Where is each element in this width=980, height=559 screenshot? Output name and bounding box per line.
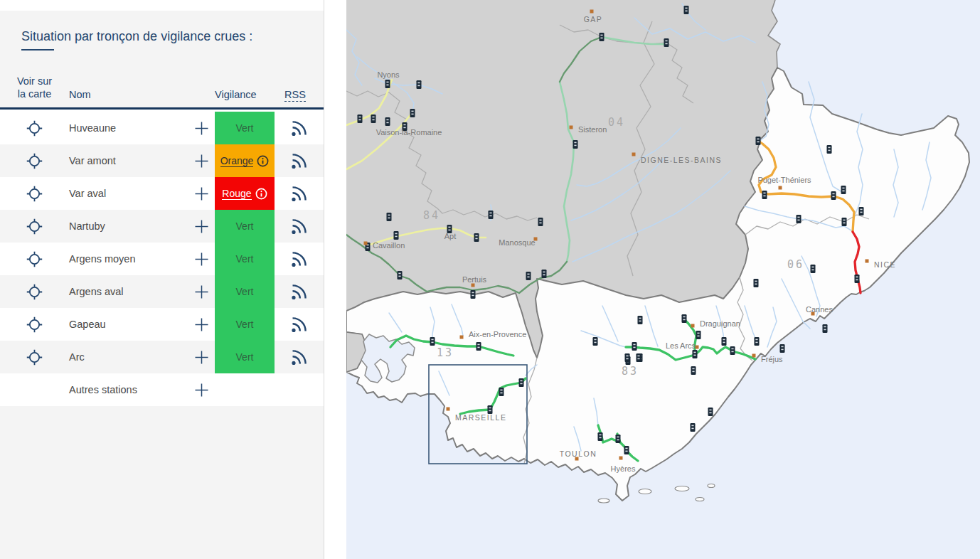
map-canvas[interactable]: GAPNyonsVaison-la-RomaineSisteronDIGNE-L… <box>346 0 980 559</box>
plus-icon[interactable] <box>194 154 209 169</box>
station-marker[interactable] <box>499 388 504 396</box>
crosshair-locate-icon[interactable] <box>26 349 43 366</box>
station-marker[interactable] <box>754 279 759 287</box>
station-marker[interactable] <box>526 272 531 280</box>
station-marker[interactable] <box>823 324 828 333</box>
station-marker[interactable] <box>638 316 643 324</box>
station-marker[interactable] <box>684 6 689 14</box>
plus-icon[interactable] <box>194 383 209 398</box>
station-marker[interactable] <box>471 290 476 299</box>
info-icon[interactable] <box>255 188 267 200</box>
station-marker[interactable] <box>842 218 847 226</box>
station-marker[interactable] <box>637 353 641 362</box>
vigilance-badge[interactable]: Orange <box>215 144 275 177</box>
crosshair-locate-icon[interactable] <box>26 120 43 137</box>
crosshair-locate-icon[interactable] <box>26 316 43 333</box>
rss-feed-icon[interactable] <box>289 184 309 203</box>
station-marker[interactable] <box>385 80 390 88</box>
station-marker-tick <box>600 38 602 39</box>
table-column-headers: Voir sur la carte Nom Vigilance RSS <box>0 75 324 100</box>
station-marker-tick <box>731 351 733 353</box>
station-marker[interactable] <box>625 353 630 362</box>
crosshair-locate-icon[interactable] <box>26 153 43 169</box>
station-marker[interactable] <box>598 432 603 441</box>
station-marker[interactable] <box>371 115 376 123</box>
station-marker[interactable] <box>855 275 860 283</box>
rss-feed-icon[interactable] <box>289 119 309 138</box>
station-marker[interactable] <box>398 271 403 280</box>
vigilance-badge[interactable]: Rouge <box>215 177 275 210</box>
station-marker[interactable] <box>573 140 578 149</box>
river-section-name: Argens moyen <box>69 253 188 265</box>
plus-icon[interactable] <box>194 350 209 365</box>
crosshair-locate-icon[interactable] <box>26 218 43 235</box>
vigilance-level-label[interactable]: Orange <box>220 155 254 167</box>
city-marker <box>619 457 623 460</box>
station-marker[interactable] <box>691 423 696 432</box>
station-marker[interactable] <box>827 145 832 154</box>
station-marker[interactable] <box>722 337 727 346</box>
rss-feed-icon[interactable] <box>289 282 309 302</box>
station-marker[interactable] <box>476 342 481 351</box>
station-marker[interactable] <box>430 337 435 346</box>
plus-icon[interactable] <box>194 317 209 332</box>
station-marker[interactable] <box>632 342 637 351</box>
station-marker-tick <box>417 85 420 87</box>
station-marker[interactable] <box>797 215 801 223</box>
vigilance-level-label[interactable]: Rouge <box>222 188 251 200</box>
crosshair-locate-icon[interactable] <box>26 186 43 202</box>
crosshair-locate-icon[interactable] <box>26 251 43 267</box>
station-marker[interactable] <box>756 137 761 145</box>
station-marker[interactable] <box>696 331 701 339</box>
station-marker[interactable] <box>385 117 390 126</box>
rss-feed-icon[interactable] <box>289 315 309 334</box>
station-marker[interactable] <box>358 115 363 123</box>
station-marker[interactable] <box>538 218 543 226</box>
station-marker[interactable] <box>593 337 598 346</box>
plus-icon[interactable] <box>194 121 209 136</box>
station-marker-tick <box>388 215 390 216</box>
plus-icon[interactable] <box>194 219 209 234</box>
station-marker[interactable] <box>811 265 816 273</box>
rss-feed-icon[interactable] <box>289 217 309 236</box>
station-marker-tick <box>723 342 725 344</box>
station-marker[interactable] <box>693 350 698 358</box>
station-marker-tick <box>828 147 830 149</box>
crosshair-locate-icon[interactable] <box>26 284 43 300</box>
station-marker[interactable] <box>417 80 422 89</box>
vigilance-level-label: Vert <box>236 220 254 232</box>
station-marker[interactable] <box>831 191 836 200</box>
station-marker-tick <box>755 342 757 344</box>
station-marker-tick <box>828 150 830 151</box>
station-marker[interactable] <box>708 408 713 416</box>
station-marker[interactable] <box>410 109 415 117</box>
flood-vigilance-map[interactable]: GAPNyonsVaison-la-RomaineSisteronDIGNE-L… <box>346 0 980 559</box>
info-icon[interactable] <box>257 155 269 167</box>
station-marker[interactable] <box>762 191 767 199</box>
station-marker[interactable] <box>624 446 629 454</box>
station-marker[interactable] <box>755 337 760 346</box>
station-marker[interactable] <box>542 270 547 278</box>
station-marker[interactable] <box>730 346 735 355</box>
station-marker[interactable] <box>841 186 846 194</box>
station-marker[interactable] <box>616 435 621 443</box>
station-marker[interactable] <box>394 231 399 240</box>
rss-feed-icon[interactable] <box>289 151 309 171</box>
station-marker[interactable] <box>859 207 864 215</box>
station-marker[interactable] <box>519 378 524 387</box>
station-marker[interactable] <box>780 344 785 353</box>
plus-icon[interactable] <box>194 186 209 201</box>
station-marker[interactable] <box>600 33 604 41</box>
station-marker[interactable] <box>474 233 479 242</box>
station-marker[interactable] <box>489 211 494 219</box>
plus-icon[interactable] <box>194 252 209 267</box>
plus-icon[interactable] <box>194 284 209 299</box>
station-marker[interactable] <box>691 366 696 375</box>
station-marker[interactable] <box>664 38 669 47</box>
station-marker[interactable] <box>387 213 392 221</box>
station-marker-tick <box>398 273 400 275</box>
station-marker-tick <box>626 356 628 357</box>
rss-feed-icon[interactable] <box>289 250 309 269</box>
rss-feed-icon[interactable] <box>289 348 309 367</box>
station-marker[interactable] <box>682 314 687 323</box>
